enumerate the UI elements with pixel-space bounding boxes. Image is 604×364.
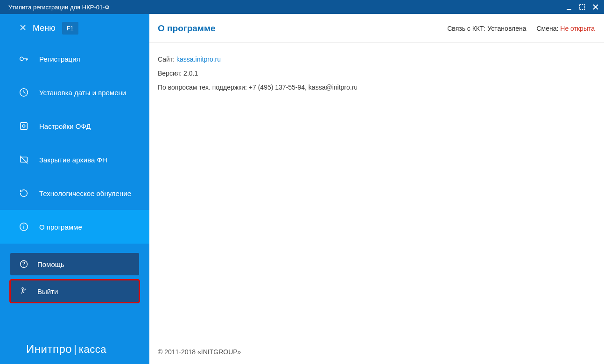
title-bar: Утилита регистрации для НКР-01-Ф [0, 0, 604, 14]
content-footer: © 2011-2018 «INITGROUP» [149, 348, 604, 364]
content-area: О программе Связь с ККТ: Установлена Сме… [149, 14, 604, 364]
svg-point-21 [23, 266, 24, 266]
kkt-status: Связь с ККТ: Установлена [447, 25, 526, 32]
sidebar-item-archive[interactable]: Закрытие архива ФН [0, 143, 149, 176]
shift-value: Не открыта [560, 25, 595, 32]
close-menu-icon [20, 23, 26, 33]
svg-point-19 [23, 224, 24, 225]
svg-point-22 [22, 288, 23, 289]
svg-line-12 [24, 92, 26, 93]
brand-footer: Инитпро|касса [0, 343, 149, 364]
version-label: Версия: [158, 70, 183, 77]
sidebar: Меню F1 Регистрация Установка даты и вре… [0, 14, 149, 364]
brand-sub: касса [79, 343, 106, 355]
status-bar: Связь с ККТ: Установлена Смена: Не откры… [447, 25, 595, 32]
maximize-button[interactable] [579, 4, 585, 10]
sidebar-item-reset[interactable]: Технологическое обнуление [0, 176, 149, 210]
support-row: По вопросам тех. поддержки: +7 (495) 137… [158, 82, 596, 93]
svg-point-14 [22, 125, 25, 127]
archive-close-icon [19, 154, 29, 165]
sidebar-item-label: Настройки ОФД [39, 122, 91, 130]
window-title: Утилита регистрации для НКР-01-Ф [8, 4, 109, 11]
info-icon [19, 222, 29, 232]
clock-icon [19, 87, 29, 98]
sidebar-item-label: О программе [39, 223, 82, 231]
menu-label: Меню [33, 23, 56, 33]
settings-square-icon [19, 121, 29, 131]
sidebar-item-label: Закрытие архива ФН [39, 156, 107, 164]
copyright: © 2011-2018 «INITGROUP» [158, 348, 241, 356]
version-row: Версия: 2.0.1 [158, 68, 596, 79]
site-link[interactable]: kassa.initpro.ru [176, 56, 221, 63]
version-value: 2.0.1 [183, 70, 198, 77]
reset-icon [19, 188, 29, 198]
close-button[interactable] [592, 3, 599, 11]
svg-rect-13 [21, 123, 28, 130]
site-row: Сайт: kassa.initpro.ru [158, 54, 596, 65]
site-label: Сайт: [158, 56, 176, 63]
exit-label: Выйти [37, 287, 58, 295]
help-label: Помощь [37, 260, 64, 268]
menu-header[interactable]: Меню F1 [0, 14, 149, 42]
sidebar-item-register[interactable]: Регистрация [0, 42, 149, 76]
sidebar-item-datetime[interactable]: Установка даты и времени [0, 76, 149, 109]
sidebar-item-label: Установка даты и времени [39, 89, 126, 97]
support-label: По вопросам тех. поддержки: [158, 84, 249, 91]
shift-label: Смена: [536, 25, 560, 32]
support-value: +7 (495) 137-55-94, kassa@initpro.ru [249, 84, 358, 91]
help-button[interactable]: Помощь [10, 253, 139, 275]
shift-status: Смена: Не открыта [536, 25, 595, 32]
key-icon [19, 54, 29, 64]
sidebar-item-label: Регистрация [39, 55, 80, 63]
help-icon [19, 259, 29, 269]
bottom-buttons: Помощь Выйти [0, 253, 149, 307]
svg-rect-1 [580, 5, 585, 10]
exit-button[interactable]: Выйти [10, 280, 139, 302]
svg-point-6 [20, 57, 23, 60]
brand-main: Инитпро [26, 343, 72, 355]
exit-icon [19, 286, 29, 296]
sidebar-item-about[interactable]: О программе [0, 210, 149, 244]
content-body: Сайт: kassa.initpro.ru Версия: 2.0.1 По … [149, 43, 604, 348]
menu-hotkey-badge: F1 [62, 22, 78, 35]
sidebar-item-label: Технологическое обнуление [39, 189, 131, 197]
kkt-value: Установлена [487, 25, 526, 32]
sidebar-item-ofd[interactable]: Настройки ОФД [0, 109, 149, 143]
nav-list: Регистрация Установка даты и времени Нас… [0, 42, 149, 244]
content-header: О программе Связь с ККТ: Установлена Сме… [149, 14, 604, 43]
window-controls [566, 3, 599, 11]
kkt-label: Связь с ККТ: [447, 25, 487, 32]
minimize-button[interactable] [566, 4, 572, 10]
page-title: О программе [158, 23, 216, 34]
